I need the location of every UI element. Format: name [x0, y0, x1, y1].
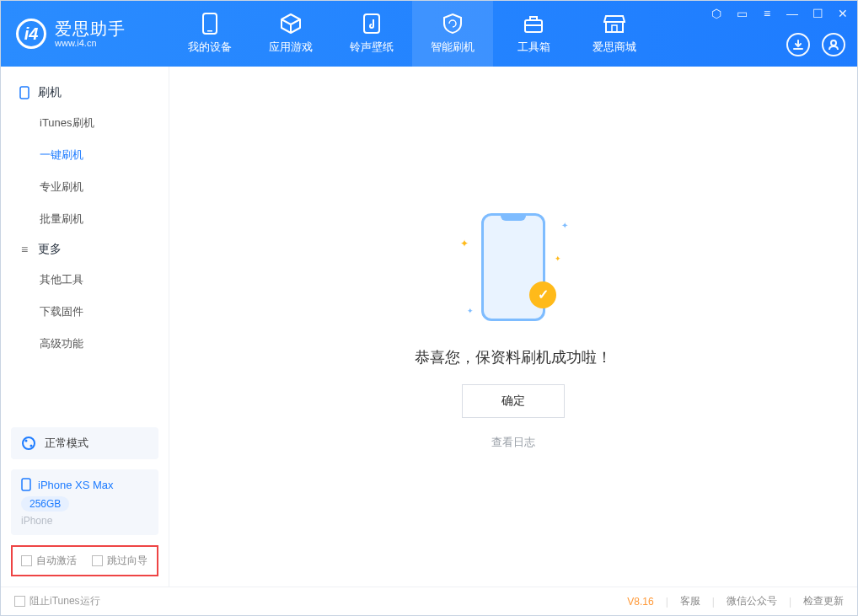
svg-rect-12	[22, 479, 30, 490]
tab-apps[interactable]: 应用游戏	[250, 1, 331, 67]
phone-icon	[199, 13, 221, 35]
mode-card[interactable]: 正常模式	[11, 427, 158, 459]
checkbox-auto-activate-label: 自动激活	[36, 554, 77, 568]
sidebar-item-onekey-flash[interactable]: 一键刷机	[18, 139, 152, 171]
success-message: 恭喜您，保资料刷机成功啦！	[415, 347, 612, 367]
checkbox-icon	[92, 555, 103, 566]
svg-rect-1	[207, 30, 212, 32]
tab-ring-label: 铃声壁纸	[350, 40, 394, 55]
tab-device[interactable]: 我的设备	[169, 1, 250, 67]
maximize-button[interactable]: ☐	[808, 4, 827, 23]
separator: |	[712, 596, 715, 608]
footer-bar: 阻止iTunes运行 V8.16 | 客服 | 微信公众号 | 检查更新	[1, 587, 857, 615]
app-window: i4 爱思助手 www.i4.cn 我的设备 应用游戏 铃声壁纸 智能刷机	[0, 0, 858, 616]
sidebar-group-more-header: ≡ 更多	[18, 235, 152, 264]
sidebar-group-more: ≡ 更多 其他工具 下载固件 高级功能	[1, 235, 169, 360]
list-icon: ≡	[18, 243, 31, 256]
checkbox-skip-guide[interactable]: 跳过向导	[92, 554, 147, 568]
svg-point-9	[23, 437, 35, 449]
wechat-link[interactable]: 微信公众号	[727, 594, 777, 608]
app-title: 爱思助手	[55, 19, 126, 38]
tab-apps-label: 应用游戏	[269, 40, 313, 55]
close-button[interactable]: ✕	[834, 4, 852, 23]
body: 刷机 iTunes刷机 一键刷机 专业刷机 批量刷机 ≡ 更多 其他工具 下载固…	[1, 67, 857, 587]
device-storage-badge: 256GB	[21, 496, 69, 512]
sidebar-item-pro-flash[interactable]: 专业刷机	[18, 171, 152, 203]
header-bar: i4 爱思助手 www.i4.cn 我的设备 应用游戏 铃声壁纸 智能刷机	[1, 1, 857, 67]
view-log-link[interactable]: 查看日志	[491, 435, 535, 450]
tab-flash-label: 智能刷机	[431, 40, 475, 55]
music-file-icon	[361, 13, 383, 35]
mode-label: 正常模式	[45, 436, 88, 451]
tab-flash[interactable]: 智能刷机	[412, 1, 493, 67]
sparkle-icon: ✦	[555, 254, 561, 261]
tab-tools-label: 工具箱	[517, 40, 550, 55]
checkbox-block-itunes-label: 阻止iTunes运行	[29, 594, 100, 608]
device-card[interactable]: iPhone XS Max 256GB iPhone	[11, 469, 158, 535]
logo-area: i4 爱思助手 www.i4.cn	[1, 1, 169, 67]
logo-icon: i4	[16, 19, 46, 49]
checkbox-icon	[21, 555, 32, 566]
download-button[interactable]	[786, 33, 810, 56]
tab-ring[interactable]: 铃声壁纸	[331, 1, 412, 67]
success-illustration: ✓ ✦ ✦ ✦ ✦	[450, 204, 576, 330]
sidebar-item-batch-flash[interactable]: 批量刷机	[18, 203, 152, 235]
menu-icon[interactable]: ≡	[758, 4, 776, 23]
toolbox-icon	[523, 13, 544, 35]
logo-text-block: 爱思助手 www.i4.cn	[55, 19, 126, 48]
minimize-button[interactable]: —	[783, 4, 802, 23]
note-icon[interactable]: ▭	[732, 4, 751, 23]
separator: |	[789, 596, 791, 608]
footer-right: V8.16 | 客服 | 微信公众号 | 检查更新	[627, 594, 844, 608]
cube-icon	[280, 13, 302, 35]
tab-tools[interactable]: 工具箱	[493, 1, 574, 67]
main-panel: ✓ ✦ ✦ ✦ ✦ 恭喜您，保资料刷机成功啦！ 确定 查看日志	[169, 67, 857, 587]
sparkle-icon: ✦	[460, 238, 467, 244]
tab-device-label: 我的设备	[188, 40, 232, 55]
sidebar-item-itunes-flash[interactable]: iTunes刷机	[18, 107, 152, 139]
check-update-link[interactable]: 检查更新	[803, 594, 844, 608]
check-badge-icon: ✓	[529, 281, 556, 308]
app-subtitle: www.i4.cn	[55, 38, 126, 48]
device-type: iPhone	[21, 515, 148, 527]
phone-small-icon	[18, 86, 31, 99]
shield-refresh-icon	[442, 13, 464, 35]
checkbox-skip-guide-label: 跳过向导	[107, 554, 147, 568]
sidebar-group-more-title: 更多	[38, 242, 62, 257]
profile-button[interactable]	[822, 33, 845, 56]
sidebar-group-flash-title: 刷机	[38, 85, 62, 100]
svg-rect-5	[606, 22, 623, 32]
sparkle-icon: ✦	[561, 221, 568, 228]
main-tabs: 我的设备 应用游戏 铃声壁纸 智能刷机 工具箱 爱思商城	[169, 1, 655, 67]
sparkle-icon: ✦	[467, 307, 474, 313]
sidebar-group-flash: 刷机 iTunes刷机 一键刷机 专业刷机 批量刷机	[1, 78, 169, 235]
svg-point-7	[831, 40, 836, 46]
support-link[interactable]: 客服	[680, 594, 700, 608]
sidebar: 刷机 iTunes刷机 一键刷机 专业刷机 批量刷机 ≡ 更多 其他工具 下载固…	[1, 67, 169, 587]
tab-store[interactable]: 爱思商城	[574, 1, 655, 67]
sidebar-item-advanced[interactable]: 高级功能	[18, 328, 152, 360]
device-name-row: iPhone XS Max	[21, 478, 148, 491]
svg-point-10	[25, 440, 28, 442]
version-label: V8.16	[627, 596, 653, 608]
store-icon	[603, 13, 625, 35]
separator: |	[666, 596, 668, 608]
checkbox-auto-activate[interactable]: 自动激活	[21, 554, 77, 568]
device-phone-icon	[21, 478, 31, 491]
svg-rect-6	[612, 25, 617, 32]
sidebar-item-download-firmware[interactable]: 下载固件	[18, 296, 152, 328]
checkbox-block-itunes[interactable]: 阻止iTunes运行	[14, 594, 100, 608]
ok-button[interactable]: 确定	[462, 384, 565, 418]
header-actions	[786, 33, 845, 56]
svg-rect-8	[20, 87, 29, 99]
window-controls: ⬡ ▭ ≡ — ☐ ✕	[707, 4, 852, 23]
checkbox-icon	[14, 596, 25, 607]
checkbox-row-highlighted: 自动激活 跳过向导	[11, 545, 158, 576]
sidebar-group-flash-header: 刷机	[18, 78, 152, 107]
sidebar-item-other-tools[interactable]: 其他工具	[18, 264, 152, 296]
sidebar-bottom: 正常模式 iPhone XS Max 256GB iPhone 自动激活	[1, 417, 169, 587]
device-name: iPhone XS Max	[38, 479, 114, 491]
shirt-icon[interactable]: ⬡	[707, 4, 726, 23]
mode-icon	[21, 436, 36, 451]
svg-point-11	[30, 445, 33, 447]
